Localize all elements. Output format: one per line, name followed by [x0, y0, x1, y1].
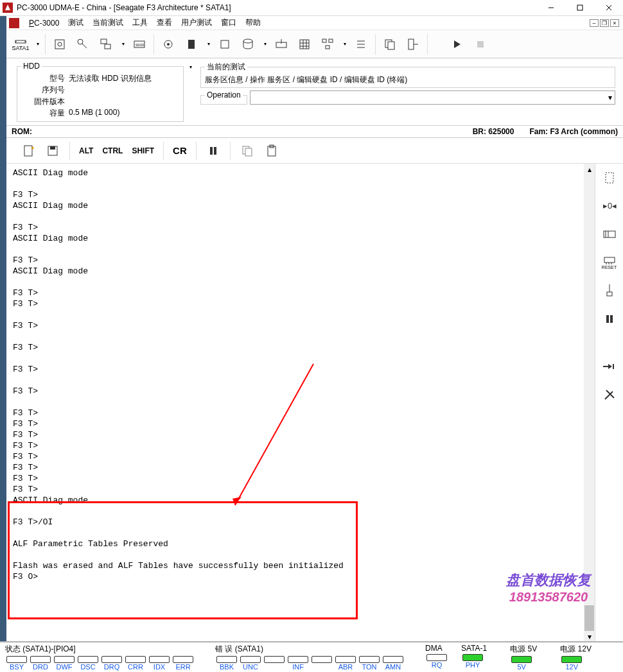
led-item: ABR [334, 656, 357, 671]
maximize-button[interactable] [565, 0, 594, 16]
led-label: 5V [518, 663, 526, 671]
scroll-down-icon[interactable]: ▾ [584, 631, 595, 642]
model-value: 无法读取 HDD 识别信息 [69, 73, 152, 84]
grid-button[interactable] [294, 33, 315, 55]
led-label: DSC [80, 663, 95, 671]
sata-label: SATA1 [12, 45, 29, 51]
dropdown-icon-3[interactable]: ▾ [262, 40, 268, 49]
mdi-restore-button[interactable]: ❐ [600, 19, 609, 27]
new-script-button[interactable]: ✦ [18, 140, 39, 162]
dropdown-icon-2[interactable]: ▾ [206, 40, 212, 49]
chip-tool-button[interactable] [600, 169, 619, 187]
menu-current-test[interactable]: 当前测试 [88, 16, 128, 30]
paste-button[interactable] [261, 140, 282, 162]
shift-key-button[interactable]: SHIFT [129, 146, 157, 155]
sata-dropdown-icon[interactable]: ▾ [35, 40, 41, 49]
gear-icon [161, 37, 175, 51]
scrollbar[interactable]: ▴ ▾ [584, 164, 595, 642]
menu-user-test[interactable]: 用户测试 [177, 16, 216, 30]
app-logo-icon [3, 3, 13, 13]
scrollbar-thumb[interactable] [584, 605, 594, 631]
led-item: DRQ [100, 656, 123, 671]
copy-icon [383, 37, 397, 51]
terminal-output[interactable]: ASCII Diag mode F3 T> ASCII Diag mode F3… [6, 164, 584, 642]
led-label: RQ [432, 661, 443, 669]
reset-button[interactable]: RESET [600, 254, 619, 271]
db-button[interactable] [238, 33, 258, 55]
led-label: UNC [243, 663, 258, 671]
menubar: PC-3000 测试 当前测试 工具 查看 用户测试 窗口 帮助 – ❐ × [6, 16, 623, 30]
led-label: TON [362, 663, 376, 671]
led-label: BSY [10, 663, 24, 671]
mdi-close-button[interactable]: × [610, 19, 619, 27]
led-item: PHY [461, 654, 484, 669]
cr-button[interactable]: CR [170, 145, 189, 156]
model-label: 型号 [21, 73, 65, 84]
memory-button[interactable] [600, 225, 619, 243]
lba-button[interactable]: 9600 [129, 33, 150, 55]
pause-button[interactable] [203, 140, 224, 162]
led-item: 5V [510, 656, 533, 671]
play-icon [453, 40, 462, 49]
scroll-up-icon[interactable]: ▴ [584, 164, 595, 175]
led-label: PHY [466, 661, 480, 669]
copy-term-button[interactable] [237, 140, 258, 162]
exit-button[interactable] [403, 33, 423, 55]
probe-button[interactable] [600, 282, 619, 300]
copy-button[interactable] [380, 33, 400, 55]
mdi-minimize-button[interactable]: – [590, 19, 599, 27]
write-button[interactable] [271, 33, 292, 55]
led-item: DWF [53, 656, 76, 671]
svg-line-10 [82, 44, 87, 48]
alt-key-button[interactable]: ALT [76, 146, 96, 155]
menu-test[interactable]: 测试 [64, 16, 88, 30]
led-indicator [78, 656, 98, 663]
svg-rect-18 [221, 40, 229, 48]
current-test-fieldset: 当前的测试 服务区信息 / 操作 服务区 / 编辑硬盘 ID / 编辑硬盘 ID… [200, 62, 615, 88]
dropdown-icon[interactable]: ▾ [120, 40, 127, 49]
explorer-button[interactable] [96, 33, 116, 55]
hdd-dropdown-icon[interactable]: ▾ [188, 62, 194, 71]
menu-window[interactable]: 窗口 [216, 16, 241, 30]
minimize-button[interactable] [536, 0, 565, 16]
led-indicator [426, 654, 447, 661]
list-button[interactable] [351, 33, 371, 55]
menu-help[interactable]: 帮助 [241, 16, 265, 30]
chip-button[interactable] [181, 33, 202, 55]
play-button[interactable] [447, 33, 468, 55]
stop-button[interactable] [470, 33, 491, 55]
status-power12-header: 电源 12V [560, 644, 592, 655]
tools-button[interactable] [600, 386, 619, 404]
hdd-button[interactable] [215, 33, 235, 55]
output-button[interactable]: ▸0◂ [600, 197, 619, 215]
menu-pc3000[interactable]: PC-3000 [24, 17, 64, 29]
ctrl-key-button[interactable]: CTRL [100, 146, 125, 155]
main-toolbar: SATA1 ▾ ▾ 9600 ▾ ▾ ▾ [6, 30, 623, 58]
status-sata1-group: SATA-1 PHY [461, 644, 487, 671]
save-button[interactable] [42, 140, 63, 162]
key-button[interactable] [73, 33, 93, 55]
pause2-button[interactable] [600, 310, 619, 328]
operation-legend: Operation [205, 90, 243, 99]
document-star-icon: ✦ [21, 144, 35, 158]
menu-tools[interactable]: 工具 [128, 16, 152, 30]
sata-port-button[interactable]: SATA1 [10, 33, 31, 55]
plug-button[interactable] [600, 358, 619, 375]
led-item: TON [358, 656, 381, 671]
svg-rect-60 [610, 315, 613, 323]
svg-rect-4 [15, 40, 26, 43]
svg-point-9 [78, 39, 83, 44]
flow-button[interactable] [317, 33, 338, 55]
operation-select[interactable]: ▾ [250, 90, 615, 105]
hdd-fieldset: HDD 型号无法读取 HDD 识别信息 序列号 固件版本 容量0.5 MB (1… [17, 62, 184, 122]
dropdown-icon-4[interactable]: ▾ [342, 40, 348, 49]
window-title: PC-3000 UDMA-E - China - [Seagate F3 Arc… [17, 3, 536, 12]
gear-button[interactable] [158, 33, 179, 55]
write-icon [274, 37, 288, 51]
svg-rect-43 [214, 147, 216, 155]
led-indicator [6, 656, 27, 663]
close-button[interactable] [594, 0, 623, 16]
util-button[interactable] [49, 33, 70, 55]
memory-icon [602, 229, 617, 239]
menu-view[interactable]: 查看 [152, 16, 177, 30]
